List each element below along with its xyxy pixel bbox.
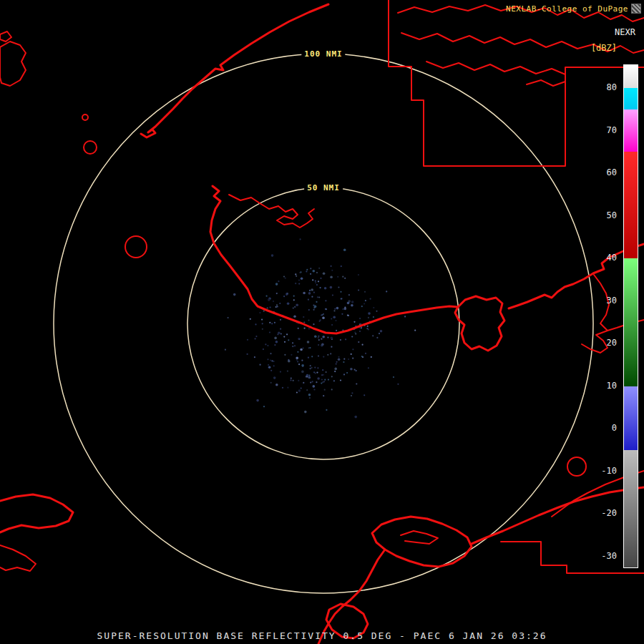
echo-pixel (309, 290, 311, 291)
echo-pixel (358, 274, 359, 275)
colorbar-segment (624, 88, 638, 109)
echo-pixel (326, 308, 327, 310)
echo-pixel (344, 278, 346, 279)
echo-pixel (290, 379, 291, 381)
colorbar-tick-label: -20 (595, 507, 617, 519)
colorbar-segment (624, 109, 638, 152)
colorbar-tick-label: -10 (595, 465, 617, 477)
echo-pixel (380, 330, 383, 333)
echo-pixel (356, 383, 357, 384)
colorbar-tick-label: 70 (595, 125, 617, 136)
echo-pixel (323, 313, 324, 315)
echo-pixel (275, 341, 278, 343)
echo-pixel (321, 379, 323, 380)
echo-pixel (308, 328, 310, 329)
echo-pixel (368, 312, 371, 315)
echo-pixel (365, 353, 366, 354)
echo-pixel (347, 302, 350, 305)
echo-pixel (308, 320, 309, 321)
colorbar-tick-label: 20 (595, 337, 617, 348)
echo-pixel (308, 292, 311, 295)
echo-pixel (316, 301, 317, 303)
colorbar-tick-label: 60 (595, 167, 617, 178)
range-ring-inner (187, 187, 459, 459)
echo-pixel (321, 314, 322, 316)
echo-pixel (354, 369, 356, 371)
echo-pixel (301, 371, 304, 374)
echo-pixel (313, 323, 314, 325)
echo-pixel (310, 368, 311, 369)
island-circle-mid (125, 236, 147, 258)
echo-pixel (346, 372, 348, 374)
radar-map-canvas (0, 0, 644, 644)
echo-pixel (283, 336, 285, 338)
echo-layer (225, 238, 416, 418)
echo-pixel (256, 399, 259, 402)
echo-pixel (338, 356, 339, 358)
echo-pixel (368, 317, 369, 318)
echo-pixel (298, 338, 300, 340)
echo-pixel (275, 283, 278, 286)
echo-pixel (324, 389, 326, 391)
islet-dot-west (82, 114, 88, 120)
echo-pixel (274, 322, 275, 323)
echo-pixel (323, 273, 326, 275)
echo-pixel (358, 341, 359, 343)
echo-pixel (327, 354, 328, 356)
echo-pixel (270, 353, 271, 354)
echo-pixel (296, 356, 298, 359)
echo-pixel (348, 358, 349, 360)
echo-pixel (328, 379, 329, 381)
echo-pixel (351, 395, 352, 396)
echo-pixel (293, 296, 295, 297)
echo-pixel (336, 330, 337, 331)
echo-pixel (355, 333, 356, 335)
coast-northeast-d (527, 80, 565, 86)
echo-pixel (271, 323, 273, 324)
echo-pixel (287, 371, 288, 372)
echo-pixel (312, 381, 313, 382)
echo-pixel (308, 376, 311, 379)
echo-pixel (262, 323, 263, 324)
echo-pixel (321, 343, 324, 346)
echo-pixel (303, 382, 304, 384)
echo-pixel (351, 304, 353, 307)
echo-pixel (340, 339, 341, 341)
echo-pixel (318, 344, 319, 346)
echo-pixel (330, 353, 331, 354)
echo-pixel (341, 265, 342, 267)
echo-pixel (308, 309, 310, 311)
echo-pixel (233, 293, 236, 296)
echo-pixel (351, 353, 352, 355)
colorbar-tick-label: 40 (595, 252, 617, 263)
echo-pixel (263, 406, 265, 407)
echo-pixel (300, 348, 303, 351)
echo-pixel (306, 270, 307, 272)
echo-pixel (331, 346, 332, 348)
reflectivity-colorbar (623, 64, 638, 568)
echo-pixel (320, 278, 321, 279)
echo-pixel (361, 306, 363, 307)
range-ring-label-50nmi: 50 NMI (304, 182, 343, 193)
colorbar-tick-label: 0 (595, 422, 617, 434)
colorbar-tick-label: 50 (595, 210, 617, 221)
coast-northeast-c (426, 62, 565, 74)
echo-pixel (316, 381, 317, 383)
echo-pixel (352, 348, 353, 350)
brand-title: NEXLAB-College of DuPage (506, 4, 628, 14)
echo-pixel (275, 306, 277, 308)
echo-pixel (270, 306, 271, 308)
echo-pixel (292, 342, 293, 343)
echo-pixel (331, 336, 333, 339)
echo-pixel (315, 282, 316, 283)
echo-pixel (267, 345, 268, 346)
echo-pixel (343, 249, 346, 252)
echo-pixel (286, 294, 287, 296)
range-rings (54, 54, 593, 593)
echo-pixel (352, 358, 353, 359)
echo-pixel (260, 364, 261, 366)
island-south-inner (401, 531, 438, 544)
echo-pixel (340, 379, 341, 381)
echo-pixel (304, 411, 307, 414)
echo-pixel (362, 344, 364, 346)
